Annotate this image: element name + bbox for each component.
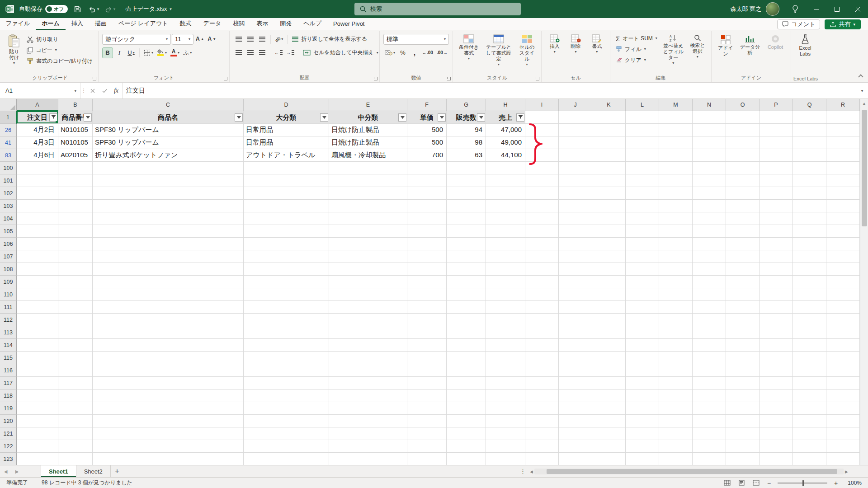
cell-j102[interactable] — [559, 187, 592, 200]
cell-p109[interactable] — [760, 276, 793, 288]
cell-a110[interactable] — [17, 288, 58, 301]
cell-n111[interactable] — [693, 301, 726, 314]
cell-l117[interactable] — [626, 377, 659, 389]
cell-i110[interactable] — [525, 288, 559, 301]
cell-g123[interactable] — [447, 453, 486, 465]
autosave-toggle[interactable]: 自動保存 オフ — [19, 5, 68, 13]
enter-entry-button[interactable] — [99, 83, 110, 99]
cell-f107[interactable] — [407, 250, 447, 263]
cell-i104[interactable] — [525, 212, 559, 225]
row-header-118[interactable]: 118 — [0, 389, 17, 402]
cell-e109[interactable] — [329, 276, 407, 288]
cell-l102[interactable] — [626, 187, 659, 200]
cell-e123[interactable] — [329, 453, 407, 465]
cell-a115[interactable] — [17, 352, 58, 364]
cell-b123[interactable] — [58, 453, 93, 465]
vertical-scrollbar[interactable]: ▲ — [860, 99, 868, 465]
cell-k111[interactable] — [592, 301, 626, 314]
cell-g101[interactable] — [447, 174, 486, 187]
cell-j83[interactable] — [559, 149, 592, 162]
cell-a121[interactable] — [17, 427, 58, 440]
cell-d102[interactable] — [244, 187, 329, 200]
fill-color-button[interactable]: ▾ — [156, 47, 168, 58]
cell-m26[interactable] — [659, 124, 693, 136]
cell-h113[interactable] — [486, 326, 525, 339]
cell-d113[interactable] — [244, 326, 329, 339]
cell-o108[interactable] — [726, 263, 760, 276]
row-header-116[interactable]: 116 — [0, 364, 17, 377]
cell-p118[interactable] — [760, 389, 793, 402]
cell-n107[interactable] — [693, 250, 726, 263]
cell-l100[interactable] — [626, 162, 659, 174]
normal-view-button[interactable] — [722, 479, 731, 488]
delete-cells-button[interactable]: 削除 ▾ — [566, 33, 585, 54]
cell-n102[interactable] — [693, 187, 726, 200]
cell-q117[interactable] — [793, 377, 826, 389]
cell-f123[interactable] — [407, 453, 447, 465]
cell-g113[interactable] — [447, 326, 486, 339]
cell-r26[interactable] — [826, 124, 860, 136]
cell-h116[interactable] — [486, 364, 525, 377]
cell-o1[interactable] — [726, 111, 760, 124]
cell-d119[interactable] — [244, 402, 329, 415]
cell-k100[interactable] — [592, 162, 626, 174]
cell-f103[interactable] — [407, 200, 447, 212]
cell-h122[interactable] — [486, 440, 525, 453]
cell-b111[interactable] — [58, 301, 93, 314]
cell-b114[interactable] — [58, 339, 93, 352]
maximize-button[interactable] — [826, 0, 847, 18]
cell-k117[interactable] — [592, 377, 626, 389]
cell-c119[interactable] — [93, 402, 244, 415]
cell-h112[interactable] — [486, 314, 525, 326]
cell-i106[interactable] — [525, 238, 559, 250]
sheet-tab-sheet1[interactable]: Sheet1 — [41, 465, 76, 477]
cell-b41[interactable]: N010105 — [58, 136, 93, 149]
cell-f1[interactable]: 単価 — [407, 111, 447, 124]
cell-p119[interactable] — [760, 402, 793, 415]
row-header-83[interactable]: 83 — [0, 149, 17, 162]
cell-m110[interactable] — [659, 288, 693, 301]
cell-n119[interactable] — [693, 402, 726, 415]
cell-l83[interactable] — [626, 149, 659, 162]
cell-g119[interactable] — [447, 402, 486, 415]
cell-m116[interactable] — [659, 364, 693, 377]
cell-r122[interactable] — [826, 440, 860, 453]
cell-a114[interactable] — [17, 339, 58, 352]
column-header-b[interactable]: B — [58, 99, 93, 111]
filter-dropdown-button-e[interactable] — [398, 113, 406, 122]
cell-m123[interactable] — [659, 453, 693, 465]
cell-h103[interactable] — [486, 200, 525, 212]
cell-r117[interactable] — [826, 377, 860, 389]
row-header-121[interactable]: 121 — [0, 427, 17, 440]
cell-l114[interactable] — [626, 339, 659, 352]
cell-e116[interactable] — [329, 364, 407, 377]
cell-m102[interactable] — [659, 187, 693, 200]
cell-p123[interactable] — [760, 453, 793, 465]
cell-o41[interactable] — [726, 136, 760, 149]
row-header-115[interactable]: 115 — [0, 352, 17, 364]
align-bottom-button[interactable] — [257, 34, 268, 45]
cell-r111[interactable] — [826, 301, 860, 314]
copy-button[interactable]: コピー ▾ — [25, 45, 94, 56]
cell-p1[interactable] — [760, 111, 793, 124]
cell-p112[interactable] — [760, 314, 793, 326]
cell-h117[interactable] — [486, 377, 525, 389]
cell-i119[interactable] — [525, 402, 559, 415]
row-header-26[interactable]: 26 — [0, 124, 17, 136]
filter-dropdown-button-f[interactable] — [438, 113, 446, 122]
cell-f108[interactable] — [407, 263, 447, 276]
row-header-1[interactable]: 1 — [0, 111, 17, 124]
cell-e110[interactable] — [329, 288, 407, 301]
bold-button[interactable]: B — [102, 47, 113, 58]
cell-q101[interactable] — [793, 174, 826, 187]
cell-a103[interactable] — [17, 200, 58, 212]
cell-o109[interactable] — [726, 276, 760, 288]
cell-c115[interactable] — [93, 352, 244, 364]
cell-k114[interactable] — [592, 339, 626, 352]
conditional-formatting-button[interactable]: 条件付き書式 ▾ — [457, 33, 481, 61]
cell-g107[interactable] — [447, 250, 486, 263]
cell-f110[interactable] — [407, 288, 447, 301]
row-header-114[interactable]: 114 — [0, 339, 17, 352]
row-header-123[interactable]: 123 — [0, 453, 17, 465]
cell-q1[interactable] — [793, 111, 826, 124]
